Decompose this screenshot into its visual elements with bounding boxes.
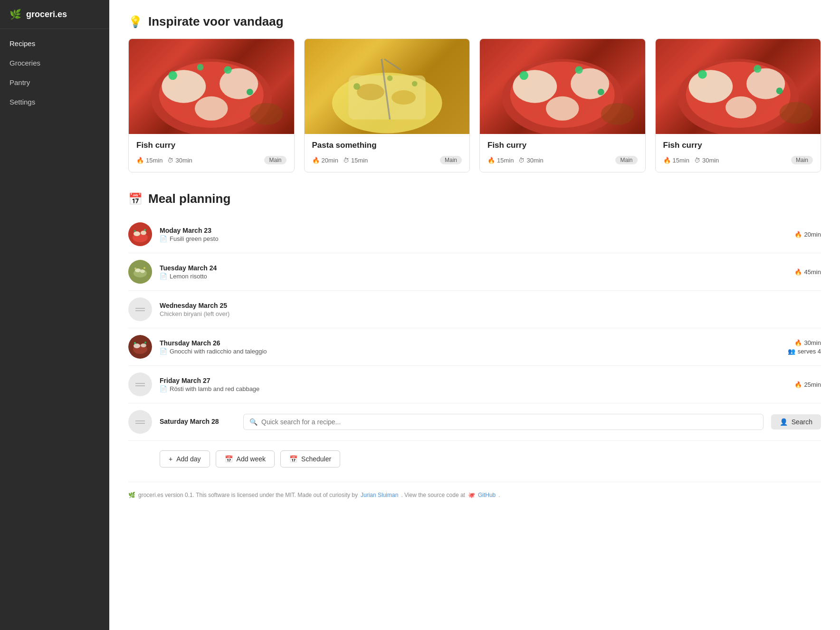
sidebar-item-pantry[interactable]: Pantry [0, 73, 109, 92]
meal-time-thursday: 🔥 30min [794, 339, 821, 346]
meal-avatar-thursday [128, 335, 152, 359]
placeholder-line-5 [135, 420, 145, 421]
serves-icon-thursday: 👥 [788, 348, 795, 355]
scheduler-button[interactable]: 📅 Scheduler [280, 450, 340, 468]
recipe-card-4-meta: 🔥 15min ⏱ 30min Main [663, 156, 813, 164]
meal-row-saturday: Saturday March 28 🔍 👤 Search [128, 403, 821, 441]
recipe-card-2-prep: 🔥 20min [312, 157, 338, 164]
meal-time-tuesday: 🔥 45min [794, 268, 821, 276]
svg-point-23 [546, 96, 579, 121]
clock-icon-1: ⏱ [167, 157, 173, 164]
svg-point-16 [353, 83, 360, 90]
svg-point-9 [250, 103, 283, 125]
meal-avatar-tuesday [128, 260, 152, 284]
svg-point-21 [513, 70, 557, 103]
recipe-card-3-meta: 🔥 15min ⏱ 30min Main [487, 156, 638, 164]
calendar-icon-add-week: 📅 [225, 455, 233, 463]
recipe-card-4-cook: ⏱ 30min [694, 157, 719, 164]
svg-point-32 [725, 96, 756, 118]
meal-recipe-thursday: 📄 Gnocchi with radicchio and taleggio [160, 348, 780, 355]
meal-actions: + Add day 📅 Add week 📅 Scheduler [128, 450, 821, 468]
svg-point-30 [688, 70, 733, 103]
meal-planning-header: 📅 Meal planning [128, 191, 821, 206]
brand-name: groceri.es [26, 10, 67, 19]
meal-info-thursday: Thursday March 26 📄 Gnocchi with radicch… [160, 339, 780, 355]
inspiration-section: 💡 Inspirate voor vandaag [128, 14, 821, 172]
inspiration-icon: 💡 [128, 15, 143, 29]
add-week-button[interactable]: 📅 Add week [216, 450, 275, 468]
meal-planning-list: Moday March 23 📄 Fusili green pesto 🔥 20… [128, 216, 821, 441]
svg-point-5 [168, 71, 177, 80]
recipe-card-1[interactable]: Fish curry 🔥 15min ⏱ 30min Main [128, 38, 295, 172]
svg-point-33 [698, 70, 707, 79]
svg-point-54 [144, 342, 146, 344]
svg-point-4 [195, 96, 228, 121]
recipe-search-wrapper: 🔍 [243, 414, 764, 430]
recipe-card-4-category: Main [791, 156, 813, 164]
svg-point-34 [754, 65, 761, 73]
recipe-card-4-body: Fish curry 🔥 15min ⏱ 30min Main [656, 134, 821, 172]
flame-icon-4: 🔥 [663, 157, 671, 164]
footer-github-link[interactable]: GitHub [478, 492, 496, 498]
svg-point-7 [247, 89, 253, 95]
meal-recipe-monday: 📄 Fusili green pesto [160, 235, 787, 242]
recipe-card-4[interactable]: Fish curry 🔥 15min ⏱ 30min Main [655, 38, 821, 172]
search-icon: 🔍 [249, 418, 258, 426]
meal-row-tuesday: Tuesday March 24 📄 Lemon risotto 🔥 45min [128, 253, 821, 291]
clock-icon-tuesday: 🔥 [794, 268, 802, 276]
meal-info-friday: Friday March 27 📄 Rösti with lamb and re… [160, 377, 787, 392]
sidebar-item-groceries[interactable]: Groceries [0, 53, 109, 73]
placeholder-line-2 [135, 310, 145, 311]
recipe-search-input[interactable] [261, 418, 757, 426]
svg-point-39 [134, 231, 140, 236]
recipe-doc-icon-thursday: 📄 [160, 348, 167, 355]
placeholder-line-1 [135, 308, 145, 309]
main-content: 💡 Inspirate voor vandaag [109, 0, 840, 630]
recipe-card-2[interactable]: Pasta something 🔥 20min ⏱ 15min Main [304, 38, 470, 172]
sidebar-item-settings[interactable]: Settings [0, 92, 109, 112]
flame-icon-2: 🔥 [312, 157, 320, 164]
recipe-card-2-category: Main [440, 156, 462, 164]
meal-date-friday: Friday March 27 [160, 377, 787, 384]
footer-author-link[interactable]: Jurian Sluiman [361, 492, 398, 498]
svg-point-51 [134, 344, 140, 348]
meal-info-saturday: Saturday March 28 [160, 418, 236, 426]
clock-icon-thursday: 🔥 [794, 339, 802, 346]
meal-avatar-saturday [128, 410, 152, 434]
recipe-card-2-cook: ⏱ 15min [343, 157, 368, 164]
recipe-card-3-category: Main [615, 156, 637, 164]
recipe-search-button[interactable]: 👤 Search [771, 414, 821, 430]
add-day-button[interactable]: + Add day [160, 450, 210, 468]
svg-point-6 [224, 66, 231, 74]
meal-avatar-wednesday [128, 297, 152, 321]
sidebar-nav: Recipes Groceries Pantry Settings [0, 29, 109, 116]
svg-point-46 [140, 270, 145, 273]
plus-icon: + [169, 455, 172, 463]
svg-point-3 [220, 68, 258, 99]
svg-point-18 [387, 76, 392, 81]
clock-icon-2: ⏱ [343, 157, 349, 164]
meal-row-monday: Moday March 23 📄 Fusili green pesto 🔥 20… [128, 216, 821, 253]
svg-point-47 [134, 267, 136, 269]
meal-serves-thursday: 👥 serves 4 [788, 348, 821, 355]
meal-meta-monday: 🔥 20min [794, 231, 821, 238]
recipe-card-1-prep: 🔥 15min [136, 157, 162, 164]
footer-text-middle: . View the source code at [401, 492, 465, 498]
svg-point-17 [411, 81, 417, 86]
recipe-card-4-prep: 🔥 15min [663, 157, 689, 164]
sidebar: 🌿 groceri.es Recipes Groceries Pantry Se… [0, 0, 109, 630]
placeholder-line-3 [135, 383, 145, 384]
sidebar-item-recipes[interactable]: Recipes [0, 34, 109, 53]
svg-point-48 [143, 267, 145, 269]
meal-date-saturday: Saturday March 28 [160, 418, 236, 425]
meal-avatar-monday [128, 222, 152, 246]
brand: 🌿 groceri.es [0, 0, 109, 29]
meal-planning-icon: 📅 [128, 192, 143, 206]
recipe-card-3[interactable]: Fish curry 🔥 15min ⏱ 30min Main [479, 38, 646, 172]
svg-point-36 [779, 102, 812, 124]
flame-icon-3: 🔥 [487, 157, 495, 164]
svg-point-15 [391, 90, 416, 105]
footer: 🌿 groceri.es version 0.1. This software … [128, 482, 821, 498]
recipe-doc-icon-tuesday: 📄 [160, 273, 167, 280]
clock-icon-4: ⏱ [694, 157, 700, 164]
